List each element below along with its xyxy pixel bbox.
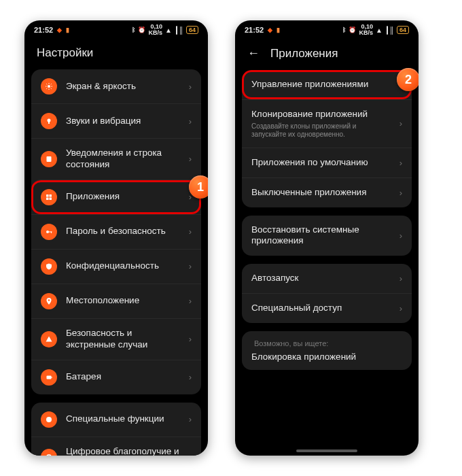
settings-row-управление-приложениями[interactable]: Управление приложениями› — [242, 70, 412, 99]
chevron-right-icon: › — [399, 188, 402, 198]
suggestion-item[interactable]: Блокировка приложений — [251, 352, 402, 362]
status-net-unit: KB/s — [148, 29, 162, 36]
settings-row-apps[interactable]: Приложения› — [31, 180, 201, 214]
row-label: Звуки и вибрация — [66, 116, 180, 127]
settings-row-sound[interactable]: Звуки и вибрация› — [31, 103, 201, 138]
settings-row-privacy[interactable]: Конфиденциальность› — [31, 249, 201, 284]
suggestion-hint: Возможно, вы ищете: — [251, 339, 402, 352]
row-label: Безопасность и экстренные случаи — [66, 328, 180, 351]
page-header: ← Приложения — [235, 39, 419, 70]
row-label: Местоположение — [66, 295, 180, 307]
settings-row-notif[interactable]: Уведомления и строка состояния› — [31, 138, 201, 180]
back-button[interactable]: ← — [247, 46, 260, 61]
settings-row-key[interactable]: Пароль и безопасность› — [31, 214, 201, 249]
chevron-right-icon: › — [189, 261, 192, 271]
row-label: Приложения — [66, 191, 180, 203]
status-app-icon: ▮ — [66, 27, 69, 33]
row-label: Клонирование приложений — [251, 109, 391, 120]
settings-row-battery[interactable]: Батарея› — [31, 360, 201, 394]
page-title: Настройки — [24, 39, 208, 69]
chevron-right-icon: › — [189, 226, 192, 237]
settings-row-специальный-доступ[interactable]: Специальный доступ› — [242, 293, 412, 323]
svg-rect-14 — [46, 197, 49, 200]
row-label: Цифровое благополучие и родительский кон… — [66, 446, 180, 456]
settings-row-клонирование-приложений[interactable]: Клонирование приложенийСоздавайте клоны … — [242, 99, 412, 148]
wifi-icon: ▲ — [376, 27, 383, 34]
wellbeing-icon — [41, 449, 57, 456]
apps-icon — [41, 189, 57, 205]
settings-list: Экран & яркость›Звуки и вибрация›Уведомл… — [24, 69, 208, 456]
svg-rect-13 — [50, 194, 52, 197]
svg-point-0 — [48, 85, 50, 88]
signal-icon: ┃║ — [175, 27, 183, 34]
svg-rect-20 — [47, 375, 52, 379]
settings-row-выключенные-приложения[interactable]: Выключенные приложения› — [242, 177, 412, 207]
status-bar: 21:52 ◆ ▮ ᛒ ⏰ 0,10 KB/s ▲ ┃║ 64 — [235, 20, 419, 39]
row-label: Экран & яркость — [66, 81, 180, 92]
page-title: Приложения — [270, 47, 338, 61]
gesture-bar — [296, 449, 357, 452]
svg-point-9 — [48, 119, 51, 122]
settings-row-автозапуск[interactable]: Автозапуск› — [242, 264, 412, 293]
row-label: Управление приложениями — [251, 79, 391, 90]
signal-icon: ┃║ — [385, 27, 394, 34]
settings-row-wellbeing[interactable]: Цифровое благополучие и родительский кон… — [31, 437, 201, 456]
row-label: Уведомления и строка состояния — [66, 148, 180, 171]
chevron-right-icon: › — [399, 158, 402, 168]
row-label: Приложения по умолчанию — [251, 157, 391, 169]
svg-rect-12 — [46, 194, 49, 197]
phone-apps: 21:52 ◆ ▮ ᛒ ⏰ 0,10 KB/s ▲ ┃║ 64 ← Прилож… — [235, 20, 419, 456]
notif-icon — [41, 151, 57, 167]
svg-rect-10 — [48, 122, 50, 124]
phone-settings: 21:52 ◆ ▮ ᛒ ⏰ 0,10 KB/s ▲ ┃║ 64 Настройк… — [24, 20, 208, 456]
sound-icon — [41, 113, 57, 129]
status-app-icon: ▮ — [277, 27, 280, 33]
svg-line-7 — [46, 88, 47, 89]
step-marker-2: 2 — [397, 68, 419, 91]
row-label: Конфиденциальность — [66, 260, 180, 272]
svg-point-16 — [46, 231, 49, 233]
special-icon — [41, 411, 57, 428]
row-label: Пароль и безопасность — [66, 226, 180, 237]
svg-rect-18 — [51, 231, 52, 233]
settings-row-восстановить-системные-п[interactable]: Восстановить системные приложения› — [242, 216, 412, 256]
key-icon — [41, 224, 57, 240]
svg-line-5 — [46, 84, 47, 84]
battery-indicator: 64 — [186, 26, 198, 34]
chevron-right-icon: › — [189, 414, 192, 424]
settings-row-special[interactable]: Специальные функции› — [31, 403, 201, 437]
chevron-right-icon: › — [399, 303, 402, 313]
svg-line-8 — [51, 84, 52, 84]
apps-list: Управление приложениями›Клонирование при… — [235, 70, 419, 456]
row-label: Батарея — [66, 371, 180, 383]
row-label: Специальные функции — [66, 413, 180, 425]
svg-point-19 — [48, 299, 50, 301]
privacy-icon — [41, 258, 57, 275]
settings-row-sos[interactable]: Безопасность и экстренные случаи› — [31, 318, 201, 360]
battery-icon — [41, 369, 57, 386]
chevron-right-icon: › — [399, 231, 402, 241]
settings-row-location[interactable]: Местоположение› — [31, 284, 201, 318]
alarm-icon: ⏰ — [349, 27, 356, 33]
alarm-icon: ⏰ — [138, 27, 145, 33]
location-icon — [41, 293, 57, 309]
chevron-right-icon: › — [189, 82, 192, 92]
battery-indicator: 64 — [397, 26, 409, 34]
status-indicator-icon: ◆ — [57, 27, 62, 33]
wifi-icon: ▲ — [165, 27, 172, 34]
brightness-icon — [41, 78, 57, 95]
status-bar: 21:52 ◆ ▮ ᛒ ⏰ 0,10 KB/s ▲ ┃║ 64 — [24, 20, 208, 39]
row-label: Восстановить системные приложения — [251, 224, 391, 248]
chevron-right-icon: › — [189, 154, 192, 164]
status-net-unit: KB/s — [359, 29, 373, 36]
settings-row-brightness[interactable]: Экран & яркость› — [31, 69, 201, 103]
svg-rect-21 — [52, 377, 52, 378]
bluetooth-icon: ᛒ — [132, 27, 135, 33]
row-subtitle: Создавайте клоны приложений и запускайте… — [251, 122, 391, 139]
chevron-right-icon: › — [189, 116, 192, 126]
settings-row-приложения-по-умолчанию[interactable]: Приложения по умолчанию› — [242, 148, 412, 177]
sos-icon — [41, 331, 57, 347]
bluetooth-icon: ᛒ — [342, 27, 346, 33]
chevron-right-icon: › — [189, 334, 192, 344]
chevron-right-icon: › — [189, 296, 192, 306]
